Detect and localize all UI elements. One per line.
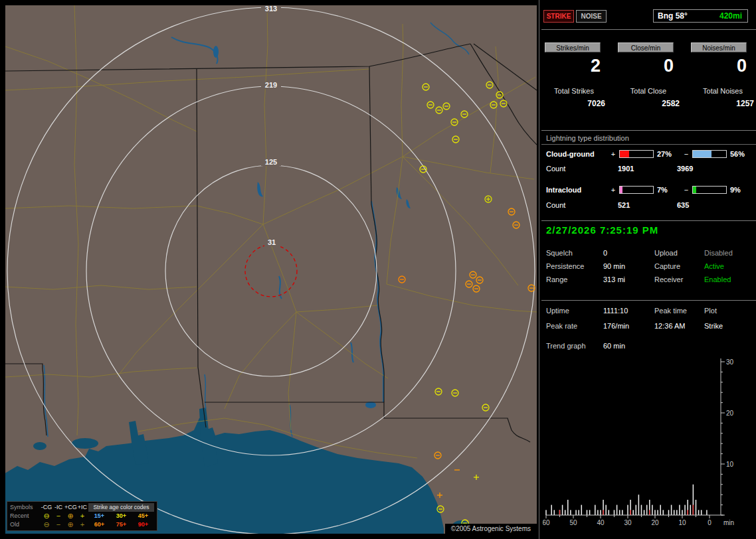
uptime-label: Uptime <box>546 307 603 315</box>
legend-col-ic-neg: -IC <box>52 503 64 512</box>
legend-recent-ic-neg-icon: − <box>52 512 64 520</box>
distribution-title: Lightning type distribution <box>546 134 629 142</box>
ic-plus-pct: 7% <box>656 186 682 194</box>
settings-row-3: Range 313 mi Receiver Enabled <box>546 275 731 283</box>
legend-age-15: 15+ <box>88 512 110 520</box>
y-tick-20: 20 <box>726 410 734 417</box>
cg-minus-bar-fill <box>693 151 711 157</box>
persistence-label: Persistence <box>546 262 603 270</box>
minus-sign: − <box>682 150 690 158</box>
ring-label-313: 313 <box>265 5 277 13</box>
cg-plus-bar <box>619 150 654 158</box>
bearing-label: Bng 58° <box>654 11 688 21</box>
ring-label-125: 125 <box>265 158 277 166</box>
stats-row-2: Peak rate 176/min 12:36 AM Strike <box>546 322 723 330</box>
peak-rate-label: Peak rate <box>546 322 603 330</box>
total-noises-value: 1257 <box>690 99 755 108</box>
legend-age-30: 30+ <box>110 512 132 520</box>
ic-plus-bar <box>619 186 654 194</box>
receiver-value: Enabled <box>704 275 731 283</box>
strikes-per-min-value: 2 <box>545 56 601 76</box>
legend-col-cg-neg: -CG <box>41 503 52 512</box>
copyright-text: ©2005 Astrogenic Systems <box>445 524 537 534</box>
close-per-min-chip[interactable]: Close/min <box>618 42 674 52</box>
legend-age-90: 90+ <box>132 520 154 529</box>
trend-y-ticks <box>721 362 725 515</box>
receiver-label: Receiver <box>654 275 704 283</box>
ic-plus-bar-fill <box>620 187 622 193</box>
bearing-range: 420mi <box>719 11 747 21</box>
legend-age-60: 60+ <box>88 520 110 529</box>
trend-graph: 30 20 10 60 50 40 30 20 10 0 min <box>543 356 756 538</box>
upload-label: Upload <box>654 249 704 257</box>
legend-recent-cg-pos-icon: ⊕ <box>64 512 76 520</box>
intracloud-count-row: Count521635 <box>546 201 689 209</box>
squelch-value: 0 <box>603 249 654 257</box>
trend-graph-label: Trend graph <box>546 342 603 350</box>
plot-label: Plot <box>704 307 717 315</box>
x-tick-40: 40 <box>597 519 605 526</box>
stats-row-1: Uptime 1111:10 Peak time Plot <box>546 307 717 315</box>
close-per-min-value: 0 <box>618 56 674 76</box>
total-noises-label: Total Noises <box>690 87 755 95</box>
separator <box>541 144 756 145</box>
settings-row-1: Squelch 0 Upload Disabled <box>546 249 733 257</box>
total-strikes-value: 7026 <box>541 99 607 108</box>
side-panel: STRIKE NOISE Bng 58° 420mi Strikes/min C… <box>541 0 756 539</box>
noises-per-min-chip[interactable]: Noises/min <box>691 42 747 52</box>
range-value: 313 mi <box>603 275 654 283</box>
legend-symbols-header: Symbols <box>10 503 41 512</box>
range-label: Range <box>546 275 603 283</box>
strike-map[interactable]: 313 219 125 31 Symbols -CG -IC +CG +IC S… <box>5 5 537 534</box>
peak-time-label: Peak time <box>654 307 704 315</box>
separator <box>541 29 756 30</box>
cg-plus-count: 1901 <box>618 165 677 173</box>
cloud-ground-row: Cloud-ground + 27% − 56% <box>546 149 755 158</box>
separator <box>541 130 756 131</box>
plus-sign: + <box>609 150 617 158</box>
legend-recent-ic-pos-icon: + <box>76 512 88 520</box>
trend-graph-value: 60 min <box>603 342 654 350</box>
ic-minus-count: 635 <box>677 201 689 209</box>
x-tick-0: 0 <box>708 519 711 526</box>
legend-col-ic-pos: +IC <box>76 503 88 512</box>
legend-recent-cg-neg-icon: ⊖ <box>41 512 52 520</box>
count-label: Count <box>546 201 618 209</box>
legend-old-ic-neg-icon: − <box>52 520 64 529</box>
y-tick-10: 10 <box>726 461 734 468</box>
total-strikes-label: Total Strikes <box>541 87 607 95</box>
persistence-value: 90 min <box>603 262 654 270</box>
legend-old-cg-pos-icon: ⊕ <box>64 520 76 529</box>
cg-plus-bar-fill <box>620 151 629 157</box>
x-tick-50: 50 <box>569 519 577 526</box>
ic-minus-bar <box>692 186 727 194</box>
capture-label: Capture <box>654 262 704 270</box>
legend-age-75: 75+ <box>110 520 132 529</box>
legend-old-ic-pos-icon: + <box>76 520 88 529</box>
x-tick-60: 60 <box>543 519 550 526</box>
legend-age-45: 45+ <box>132 512 154 520</box>
legend-col-cg-pos: +CG <box>64 503 76 512</box>
intracloud-row: Intracloud + 7% − 9% <box>546 185 755 194</box>
ring-label-219: 219 <box>265 81 277 89</box>
peak-time-value: 12:36 AM <box>654 322 704 330</box>
ic-minus-pct: 9% <box>729 186 755 194</box>
settings-row-2: Persistence 90 min Capture Active <box>546 262 724 270</box>
strike-button[interactable]: STRIKE <box>543 10 574 23</box>
ic-minus-bar-fill <box>693 187 696 193</box>
separator <box>541 220 756 221</box>
noise-button[interactable]: NOISE <box>576 10 607 23</box>
x-axis-unit: min <box>723 519 734 526</box>
cg-plus-pct: 27% <box>656 150 682 158</box>
ic-plus-count: 521 <box>618 201 677 209</box>
squelch-label: Squelch <box>546 249 603 257</box>
map-svg: 313 219 125 31 <box>5 5 537 534</box>
cloud-ground-label: Cloud-ground <box>546 150 609 158</box>
cg-minus-pct: 56% <box>729 150 755 158</box>
legend-recent-label: Recent <box>10 512 41 520</box>
strikes-per-min-chip[interactable]: Strikes/min <box>545 42 601 52</box>
noises-per-min-value: 0 <box>691 56 747 76</box>
trend-graph-row: Trend graph 60 min <box>546 342 654 350</box>
intracloud-label: Intracloud <box>546 186 609 194</box>
bearing-box: Bng 58° 420mi <box>653 9 748 23</box>
